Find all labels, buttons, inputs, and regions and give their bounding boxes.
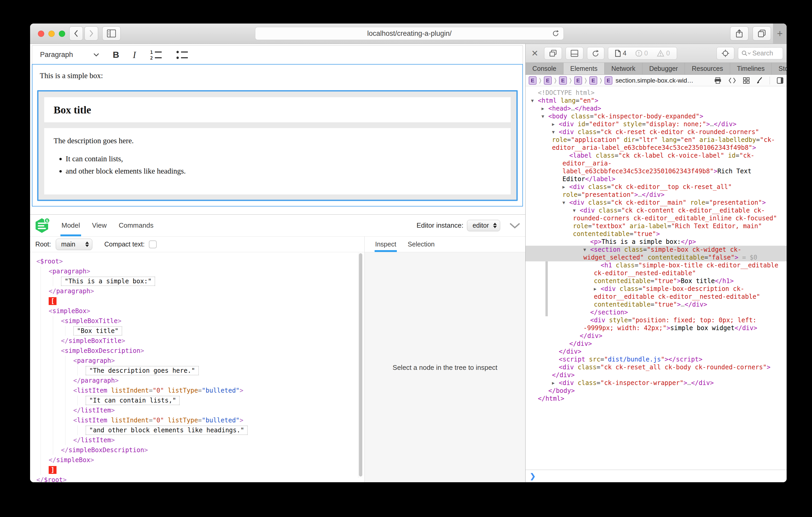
resource-summary-button[interactable]: 4 0	[608, 47, 677, 60]
devtools-tab-debugger[interactable]: Debugger	[642, 63, 685, 74]
dom-tree-row[interactable]: </html>	[526, 395, 787, 402]
dom-tree-row[interactable]: <p>This is a simple box:</p>	[526, 238, 787, 246]
model-element-open-tag[interactable]: <listItem listIndent="0" listType="bulle…	[73, 386, 354, 395]
dom-tree-row[interactable]: ▶<head>…</head>	[526, 104, 787, 112]
disclosure-open-icon[interactable]: ▼	[583, 246, 586, 253]
back-button[interactable]	[69, 26, 83, 40]
grid-icon[interactable]	[743, 77, 750, 84]
reload-page-button[interactable]	[587, 47, 604, 60]
breadcrumb-element-badge[interactable]: E	[529, 76, 536, 85]
root-select[interactable]: main	[56, 239, 92, 250]
disclosure-closed-icon[interactable]: ▶	[562, 183, 565, 191]
share-button[interactable]	[730, 26, 748, 40]
model-element-close-tag[interactable]: </paragraph>	[49, 286, 354, 296]
disclosure-open-icon[interactable]: ▼	[531, 97, 534, 104]
model-text-node[interactable]: "and other block elements like headings.…	[86, 425, 354, 435]
devtools-tab-resources[interactable]: Resources	[685, 63, 730, 74]
editor-instance-select[interactable]: editor	[467, 220, 500, 231]
inspector-side-tab-selection[interactable]: Selection	[408, 237, 435, 252]
description-paragraph[interactable]: The description goes here.	[54, 136, 501, 145]
detach-devtools-button[interactable]	[544, 47, 562, 60]
dom-tree-row[interactable]: ▼<section class="simple-box ck-widget ck…	[526, 246, 787, 262]
numbered-list-button[interactable]: 1 2	[150, 50, 162, 60]
split-console-button[interactable]	[566, 47, 583, 60]
console-prompt-row[interactable]: ❯	[526, 470, 787, 482]
devtools-tab-network[interactable]: Network	[605, 63, 642, 74]
inspector-tab-model[interactable]: Model	[61, 215, 80, 236]
address-bar[interactable]: localhost/creating-a-plugin/	[255, 27, 564, 40]
dom-tree-row[interactable]: ▶<div class="ck ck-editor__top ck-reset_…	[526, 183, 787, 199]
dom-tree-row[interactable]: <h1 class="simple-box-title ck-editor__e…	[526, 262, 787, 285]
print-icon[interactable]	[714, 77, 722, 84]
dom-tree-row[interactable]: </section>	[526, 308, 787, 316]
model-element-open-tag[interactable]: <simpleBoxDescription>	[61, 346, 354, 356]
minimize-window-button[interactable]	[49, 31, 55, 37]
model-element-open-tag[interactable]: <paragraph>	[73, 356, 354, 366]
model-element-close-tag[interactable]: </simpleBox>	[49, 455, 354, 465]
italic-button[interactable]: I	[133, 50, 136, 60]
disclosure-open-icon[interactable]: ▼	[562, 199, 565, 207]
dom-tree-row[interactable]: <div class="ck ck-reset_all ck-body ck-r…	[526, 363, 787, 379]
model-element-close-tag[interactable]: </paragraph>	[73, 375, 354, 386]
simple-box-title[interactable]: Box title	[44, 97, 511, 122]
dom-tree-row[interactable]: ▼<div class="ck ck-content ck-editor__ed…	[526, 207, 787, 238]
model-text-node[interactable]: "This is a simple box:"	[61, 276, 354, 286]
description-list-item[interactable]: It can contain lists,	[66, 154, 501, 163]
details-sidebar-icon[interactable]	[777, 77, 783, 84]
editor-editable[interactable]: This is a simple box: Box title The desc…	[32, 64, 523, 207]
model-element-close-tag[interactable]: </listItem>	[73, 405, 354, 415]
close-devtools-button[interactable]: ✕	[529, 48, 541, 58]
disclosure-closed-icon[interactable]: ▶	[594, 285, 597, 293]
dom-tree-row[interactable]: ▶<div id="editor" style="display: none;"…	[526, 120, 787, 128]
element-picker-button[interactable]	[717, 47, 734, 60]
breadcrumb-element-badge[interactable]: E	[544, 76, 552, 85]
simple-box-widget[interactable]: Box title The description goes here. It …	[37, 90, 518, 201]
dom-tree-row[interactable]: <div style="position: fixed; top: 0px; l…	[526, 316, 787, 332]
breadcrumb-element-badge[interactable]: E	[559, 76, 567, 85]
dom-tree-row[interactable]: <script src="dist/bundle.js"></script>	[526, 356, 787, 363]
dom-tree-row[interactable]: </div>	[526, 332, 787, 340]
model-text-node[interactable]: "It can contain lists,"	[86, 395, 354, 405]
disclosure-closed-icon[interactable]: ▶	[552, 120, 555, 128]
dom-tree-row[interactable]: </div>	[526, 347, 787, 356]
tab-overview-button[interactable]	[753, 26, 771, 40]
model-element-open-tag[interactable]: <$root>	[36, 256, 354, 266]
devtools-tab-console[interactable]: Console	[526, 63, 563, 74]
dom-tree-row[interactable]: </div>	[526, 340, 787, 347]
dom-tree-row[interactable]: ▼<html lang="en">	[526, 97, 787, 104]
reload-icon[interactable]	[552, 30, 559, 37]
editor-paragraph[interactable]: This is a simple box:	[32, 65, 522, 80]
collapse-inspector-icon[interactable]	[509, 222, 521, 229]
devtools-tab-storage[interactable]: Storage	[772, 63, 787, 74]
bulleted-list-button[interactable]	[176, 50, 188, 60]
inspector-tab-view[interactable]: View	[92, 215, 107, 236]
description-list-item[interactable]: and other block elements like headings.	[66, 167, 501, 175]
compact-text-checkbox[interactable]	[149, 240, 157, 248]
model-text-node[interactable]: "The description goes here."	[86, 366, 354, 375]
disclosure-open-icon[interactable]: ▼	[542, 112, 544, 120]
devtools-search-field[interactable]: Search	[738, 47, 783, 59]
dom-tree-row[interactable]: ▶<div class="simple-box-description ck-e…	[526, 285, 787, 308]
simple-box-description[interactable]: The description goes here. It can contai…	[44, 128, 511, 194]
model-element-open-tag[interactable]: <listItem listIndent="0" listType="bulle…	[73, 415, 354, 425]
dom-tree-row[interactable]: </body>	[526, 387, 787, 395]
disclosure-open-icon[interactable]: ▼	[552, 128, 555, 136]
dom-tree-row[interactable]: ▼<div class="ck ck-editor__main" role="p…	[526, 199, 787, 207]
model-element-close-tag[interactable]: </simpleBoxDescription>	[61, 445, 354, 455]
breadcrumb-element-badge[interactable]: E	[574, 76, 582, 85]
devtools-tab-timelines[interactable]: Timelines	[730, 63, 772, 74]
model-element-close-tag[interactable]: </$root>	[36, 475, 354, 482]
breadcrumb-current[interactable]: section.simple-box.ck-wid…	[615, 77, 693, 84]
styles-brush-icon[interactable]	[757, 77, 763, 84]
model-element-open-tag[interactable]: <paragraph>	[49, 266, 354, 276]
sidebar-toggle-button[interactable]	[102, 26, 121, 40]
model-element-open-tag[interactable]: <simpleBox>	[49, 306, 354, 316]
heading-dropdown[interactable]: Paragraph	[40, 51, 99, 59]
close-window-button[interactable]	[38, 31, 44, 37]
model-element-open-tag[interactable]: <simpleBoxTitle>	[61, 316, 354, 326]
new-tab-button[interactable]: +	[773, 24, 787, 44]
model-element-close-tag[interactable]: </simpleBoxTitle>	[61, 336, 354, 346]
disclosure-open-icon[interactable]: ▼	[573, 207, 576, 214]
zoom-window-button[interactable]	[59, 31, 65, 37]
model-tree-scrollbar[interactable]	[358, 253, 363, 478]
